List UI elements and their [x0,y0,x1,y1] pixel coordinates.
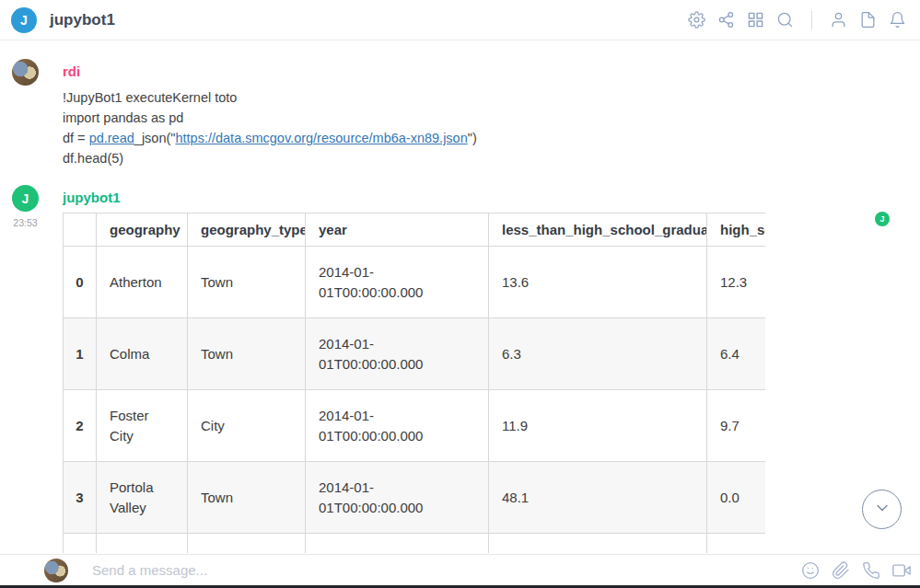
chevron-down-icon [873,499,891,520]
table-cell: 9.7 [707,390,766,462]
table-cell: Town [188,462,306,534]
dataframe-table-container: geographygeography_typeyearless_than_hig… [63,213,765,553]
message-timestamp: 23:53 [12,217,39,228]
table-cell: City [188,390,306,462]
table-cell [306,534,489,554]
table-cell: 0.0 [707,462,766,534]
file-icon[interactable] [859,11,877,29]
jump-to-bottom-button[interactable] [862,490,902,529]
table-cell [489,534,707,554]
toolbar-divider [811,11,812,29]
username-rdi[interactable]: rdi [63,63,80,79]
table-cell [97,534,188,554]
message-composer [0,554,920,585]
table-cell: Portola Valley [97,462,188,534]
table-row: 3Portola ValleyTown2014-01-01T00:00:00.0… [64,462,766,534]
table-cell: 2014-01-01T00:00:00.000 [306,462,489,534]
message-text-line: !JupyBot1 executeKernel toto [63,87,920,108]
table-cell: 11.9 [489,390,707,462]
message-text: !JupyBot1 executeKernel totoimport panda… [63,87,920,168]
table-column-header: high_school_graduate [707,213,766,247]
phone-icon[interactable] [862,561,880,580]
table-cell: 12.3 [707,247,766,318]
table-column-header: geography [97,213,188,247]
table-column-header: geography_type [188,213,306,247]
message-rdi: rdi !JupyBot1 executeKernel totoimport p… [0,59,920,168]
message-list: rdi !JupyBot1 executeKernel totoimport p… [0,40,920,553]
channel-header: J jupybot1 [0,0,920,40]
table-cell [707,534,766,554]
table-cell: Foster City [97,390,188,462]
username-jupybot1[interactable]: jupybot1 [63,190,121,205]
table-header-row: geographygeography_typeyearless_than_hig… [64,213,766,247]
row-index-cell: 2 [64,390,97,462]
apps-grid-icon[interactable] [747,11,764,29]
table-cell [188,534,306,554]
message-text-line: import pandas as pd [63,108,920,128]
message-text-line: df = pd.read_json("https://data.smcgov.o… [63,128,920,148]
message-link[interactable]: pd.read [89,131,134,145]
composer-user-avatar [44,559,68,582]
user-avatar-rdi[interactable] [12,59,39,86]
channel-title: jupybot1 [50,11,115,29]
table-column-header [64,213,97,247]
dataframe-table: geographygeography_typeyearless_than_hig… [63,213,765,553]
table-cell: 2014-01-01T00:00:00.000 [306,318,489,390]
bell-icon[interactable] [889,11,906,29]
channel-avatar[interactable]: J [11,7,37,33]
message-text-line: df.head(5) [63,148,920,168]
table-cell: 48.1 [489,462,707,534]
table-cell: 13.6 [489,247,707,318]
table-row: 1ColmaTown2014-01-01T00:00:00.0006.36.4 [64,318,766,390]
row-index-cell [64,534,97,554]
row-index-cell: 1 [64,318,97,390]
row-index-cell: 0 [64,247,97,318]
settings-icon[interactable] [688,11,705,29]
message-link[interactable]: https://data.smcgov.org/resource/mb6a-xn… [175,131,467,145]
search-icon[interactable] [776,11,794,29]
composer-actions [801,561,911,580]
message-jupybot1: J 23:53 jupybot1 geographygeography_type… [0,185,920,553]
chat-app-window: J jupybot1 [0,0,920,588]
table-cell: Colma [97,318,188,390]
message-input[interactable] [92,562,801,578]
user-icon[interactable] [830,11,847,29]
table-cell: 6.3 [489,318,707,390]
table-cell: Town [188,318,306,390]
table-cell: 2014-01-01T00:00:00.000 [306,390,489,462]
read-receipt-badge: J [875,212,890,226]
video-icon[interactable] [892,561,911,580]
table-cell: Atherton [97,247,188,318]
table-cell: Town [188,247,306,318]
table-column-header: year [306,213,489,247]
paperclip-icon[interactable] [832,561,850,580]
table-row [64,534,766,554]
header-toolbar [688,11,906,29]
table-row: 2Foster CityCity2014-01-01T00:00:00.0001… [64,390,766,462]
table-row: 0AthertonTown2014-01-01T00:00:00.00013.6… [64,247,766,318]
emoji-icon[interactable] [801,561,820,580]
table-column-header: less_than_high_school_graduate [489,213,707,247]
share-icon[interactable] [717,11,735,29]
bot-avatar-jupybot1[interactable]: J [12,185,39,212]
table-cell: 2014-01-01T00:00:00.000 [306,247,489,318]
row-index-cell: 3 [64,462,97,534]
table-cell: 6.4 [707,318,766,390]
